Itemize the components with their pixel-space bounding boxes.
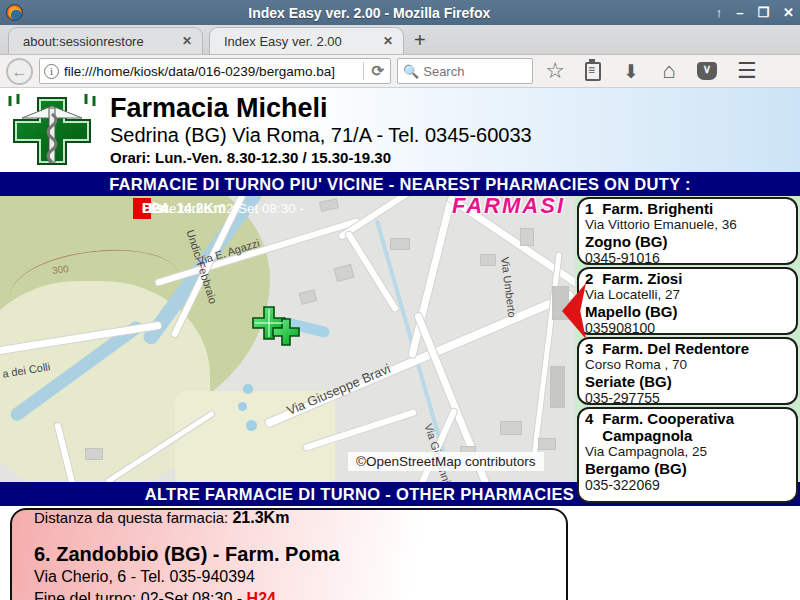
h24-badge: H24: [142, 198, 168, 219]
map-building: [550, 366, 565, 408]
pharmacy-card-1[interactable]: 1Farm. Brighenti Via Vittorio Emanuele, …: [577, 197, 798, 265]
tab-index-easy[interactable]: Index Easy ver. 2.00 ✕: [209, 27, 404, 54]
search-input[interactable]: [423, 64, 527, 79]
window-close-button[interactable]: ✕: [783, 0, 794, 25]
street-label-bravi: Via Giuseppe Bravi: [284, 361, 392, 418]
card-street: Corso Roma , 70: [585, 357, 790, 373]
tab-close-icon[interactable]: ✕: [182, 34, 192, 48]
map-panel[interactable]: Via E. Agazzi Via Giuseppe Bravi Via Umb…: [0, 196, 575, 482]
pocket-icon[interactable]: ∨: [697, 62, 717, 80]
map-stream-dot: [243, 384, 253, 394]
tab-close-icon[interactable]: ✕: [383, 34, 393, 48]
distance-banner: Dist. 14.2Km - Fine turno: 02-Set 08:30 …: [133, 198, 151, 219]
window-minimize-button[interactable]: –: [736, 0, 743, 25]
bookmarks-menu-icon[interactable]: [585, 62, 601, 81]
firefox-icon: [6, 4, 23, 21]
turn-h24-badge: H24: [247, 590, 276, 600]
card-phone: 035-297755: [585, 390, 790, 405]
osm-attribution: ©OpenStreetMap contributors: [348, 452, 544, 471]
card-street: Via Campagnola, 25: [585, 444, 790, 460]
page-info-icon[interactable]: i: [44, 64, 59, 79]
window-maximize-button[interactable]: ❐: [757, 0, 769, 25]
card-street: Via Locatelli, 27: [585, 287, 790, 303]
pharmacy-map-marker[interactable]: [252, 306, 302, 352]
pharmacy-address: Sedrina (BG) Via Roma, 71/A - Tel. 0345-…: [110, 123, 532, 148]
map-road: [530, 251, 563, 460]
pharmacy-name: Farmacia Micheli: [110, 93, 532, 123]
card-number: 4: [585, 410, 593, 444]
pharmacy-card-3[interactable]: 3Farm. Del Redentore Corso Roma , 70 Ser…: [577, 337, 798, 405]
card-city: Seriate (BG): [585, 373, 790, 390]
pharmacy-card-2[interactable]: 2Farm. Ziosi Via Locatelli, 27 Mapello (…: [577, 267, 798, 335]
other-pharmacy-address: Via Cherio, 6 - Tel. 035-940394: [34, 566, 566, 588]
map-stream-dot: [246, 420, 257, 431]
pharmacy-cross-logo: [8, 92, 96, 168]
map-building: [480, 254, 496, 266]
nearest-pharmacies-banner: FARMACIE DI TURNO PIU' VICINE - NEAREST …: [0, 172, 800, 196]
hamburger-menu-icon[interactable]: ☰: [737, 58, 757, 84]
tab-session-restore[interactable]: about:sessionrestore ✕: [8, 27, 203, 54]
search-bar[interactable]: 🔍: [397, 58, 533, 84]
map-building: [520, 228, 534, 246]
map-building: [333, 264, 354, 282]
card-city: Bergamo (BG): [585, 460, 790, 477]
search-icon: 🔍: [403, 64, 419, 79]
window-titlebar: Index Easy ver. 2.00 - Mozilla Firefox ↑…: [0, 0, 800, 25]
pharmacy-hours: Orari: Lun.-Ven. 8.30-12.30 / 15.30-19.3…: [110, 148, 532, 168]
card-city: Mapello (BG): [585, 303, 790, 320]
turn-label: Fine del turno: 02-Set 08:30 -: [34, 590, 247, 600]
card-phone: 0345-91016: [585, 250, 790, 265]
card-phone: 035908100: [585, 320, 790, 335]
new-tab-button[interactable]: +: [404, 29, 436, 54]
window-title: Index Easy ver. 2.00 - Mozilla Firefox: [23, 5, 716, 21]
farmasi-logo: FARMASI: [452, 196, 565, 219]
nearest-pharmacies-sidebar: 1Farm. Brighenti Via Vittorio Emanuele, …: [575, 196, 800, 482]
other-pharmacy-title: 6. Zandobbio (BG) - Farm. Poma: [34, 542, 566, 566]
window-up-button[interactable]: ↑: [716, 0, 723, 25]
map-building: [299, 289, 318, 305]
other-distance-label: Distanza da questa farmacia:: [34, 509, 232, 526]
street-label-umberto: Via Umberto: [499, 256, 518, 318]
card-phone: 035-322069: [585, 477, 790, 493]
card-name: Farm. Cooperativa Campagnola: [602, 410, 767, 444]
tab-bar: about:sessionrestore ✕ Index Easy ver. 2…: [0, 25, 800, 55]
url-bar[interactable]: i ⟳: [39, 58, 391, 84]
reload-icon[interactable]: ⟳: [369, 62, 386, 80]
card-name: Farm. Brighenti: [602, 200, 713, 217]
other-pharmacy-section: Distanza da questa farmacia: 21.3Km 6. Z…: [0, 506, 800, 600]
tab-label: Index Easy ver. 2.00: [224, 34, 342, 49]
contour-label: 300: [51, 263, 69, 276]
card-city: Zogno (BG): [585, 233, 790, 250]
card-name: Farm. Del Redentore: [602, 340, 749, 357]
pharmacy-card-4[interactable]: 4Farm. Cooperativa Campagnola Via Campag…: [577, 407, 798, 503]
map-building: [538, 438, 556, 450]
navigation-toolbar: ← i ⟳ 🔍 ☆ ⬇ ⌂ ∨ ☰: [0, 55, 800, 88]
tab-label: about:sessionrestore: [23, 34, 144, 49]
map-building: [319, 198, 339, 212]
map-building: [390, 238, 410, 250]
card-number: 1: [585, 200, 593, 217]
other-pharmacy-turn: Fine del turno: 02-Set 08:30 - H24: [34, 588, 566, 600]
downloads-icon[interactable]: ⬇: [615, 60, 647, 83]
card-number: 3: [585, 340, 593, 357]
map-building: [500, 421, 522, 435]
card-name: Farm. Ziosi: [602, 270, 682, 287]
map-road: [407, 196, 458, 359]
back-button[interactable]: ←: [6, 58, 33, 85]
bookmark-star-icon[interactable]: ☆: [539, 58, 571, 84]
other-pharmacy-card[interactable]: Distanza da questa farmacia: 21.3Km 6. Z…: [10, 508, 568, 600]
url-input[interactable]: [64, 64, 358, 79]
other-distance-value: 21.3Km: [232, 509, 289, 526]
home-icon[interactable]: ⌂: [653, 58, 685, 84]
other-distance-line: Distanza da questa farmacia: 21.3Km: [34, 509, 566, 526]
card-street: Via Vittorio Emanuele, 36: [585, 217, 790, 233]
card-number: 2: [585, 270, 593, 287]
map-building: [85, 448, 103, 460]
map-stream-dot: [238, 402, 247, 411]
pharmacy-header: Farmacia Micheli Sedrina (BG) Via Roma, …: [0, 88, 800, 172]
url-separator: [363, 62, 364, 80]
